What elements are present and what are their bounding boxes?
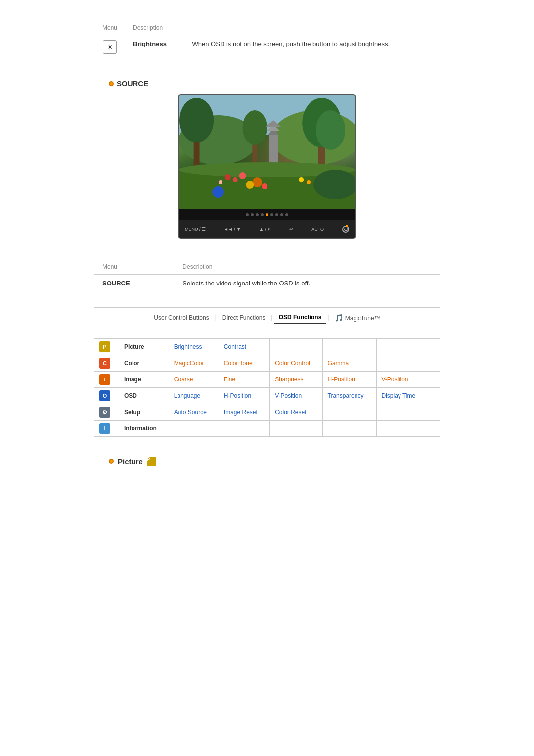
picture-icon-small: P [147,457,156,466]
status-dot [261,213,264,216]
image-cell-sharpness[interactable]: Sharpness [270,372,322,388]
info-cell-empty4 [322,421,376,437]
picture-cell-empty3 [376,339,428,355]
setup-cell-autosource[interactable]: Auto Source [169,404,219,421]
brightness-icon: ☀ [103,40,117,54]
status-dot [270,213,273,216]
info-icon-cell: i [94,421,119,437]
monitor-screen [179,95,355,209]
source-dot [109,81,114,86]
monitor-controls: MENU / ☰ ◄◄ / ▼ ▲ / ☀ ↩ AUTO ⏻ [179,220,355,238]
nav-sep-1: | [214,314,218,321]
osd-cell-displaytime[interactable]: Display Time [376,388,428,404]
setup-cell-empty1 [322,404,376,421]
monitor-status-bar [179,209,355,220]
setup-icon: ⚙ [99,407,110,418]
color-icon: C [99,358,110,369]
tab-user-control[interactable]: User Control Buttons [149,312,214,323]
color-cell-colorcontrol[interactable]: Color Control [270,355,322,372]
image-cell-hposition[interactable]: H-Position [322,372,376,388]
setup-cell-empty3 [428,404,440,421]
nav-sep-2: | [270,314,274,321]
status-dot [275,213,278,216]
osd-functions-table: P Picture Brightness Contrast C Color Ma… [94,338,440,437]
info-icon: i [99,423,110,434]
color-row-name: Color [119,355,169,372]
info-cell-empty6 [428,421,440,437]
monitor: MENU / ☰ ◄◄ / ▼ ▲ / ☀ ↩ AUTO ⏻ [178,94,356,239]
table-row: O OSD Language H-Position V-Position Tra… [94,388,440,404]
svg-point-26 [307,180,311,184]
osd-cell-empty [428,388,440,404]
image-cell-fine[interactable]: Fine [219,372,269,388]
image-cell-vposition[interactable]: V-Position [376,372,428,388]
osd-cell-hposition[interactable]: H-Position [219,388,269,404]
monitor-wrapper: MENU / ☰ ◄◄ / ▼ ▲ / ☀ ↩ AUTO ⏻ [94,94,440,239]
info-cell-empty3 [270,421,322,437]
setup-cell-empty2 [376,404,428,421]
picture-heading-label: Picture [118,457,143,466]
picture-cell-brightness[interactable]: Brightness [169,339,219,355]
color-cell-empty2 [428,355,440,372]
osd-icon: O [99,390,110,401]
auto-control-label[interactable]: AUTO [312,227,324,232]
picture-cell-empty2 [322,339,376,355]
status-dot [251,213,254,216]
image-cell-coarse[interactable]: Coarse [169,372,219,388]
tab-magictune[interactable]: 🎵 MagicTune™ [330,312,385,324]
bright-control-label[interactable]: ▲ / ☀ [259,227,271,232]
picture-icon: P [99,341,110,352]
svg-point-23 [212,186,224,198]
table-row: I Image Coarse Fine Sharpness H-Position… [94,372,440,388]
table-row: P Picture Brightness Contrast [94,339,440,355]
brightness-description: When OSD is not on the screen, push the … [184,35,440,59]
picture-cell-empty1 [270,339,322,355]
source-col-desc: Description [175,259,440,275]
svg-point-7 [179,98,214,142]
brightness-menu-label: Brightness [125,35,184,59]
status-dot [256,213,259,216]
brightness-icon-cell: ☀ [94,35,126,59]
status-dots [246,213,288,216]
col-menu: Menu [94,20,126,36]
setup-icon-cell: ⚙ [94,404,119,421]
tab-osd-functions[interactable]: OSD Functions [274,312,327,324]
osd-cell-transparency[interactable]: Transparency [322,388,376,404]
color-cell-magiccolor[interactable]: MagicColor [169,355,219,372]
status-dot [285,213,288,216]
image-icon: I [99,374,110,385]
menu-control-label[interactable]: MENU / ☰ [185,227,206,232]
setup-row-name: Setup [119,404,169,421]
color-cell-colortone[interactable]: Color Tone [219,355,269,372]
osd-cell-language[interactable]: Language [169,388,219,404]
svg-point-20 [252,177,262,187]
svg-point-25 [299,177,304,182]
power-led [346,225,348,227]
color-cell-empty1 [376,355,428,372]
picture-cell-contrast[interactable]: Contrast [219,339,269,355]
picture-row-name: Picture [119,339,169,355]
vol-control-label[interactable]: ◄◄ / ▼ [224,227,241,232]
info-cell-empty5 [376,421,428,437]
svg-point-5 [316,110,345,150]
table-row: i Information [94,421,440,437]
svg-point-22 [262,183,267,189]
osd-cell-vposition[interactable]: V-Position [270,388,322,404]
svg-point-16 [225,174,231,180]
status-dot [266,213,268,216]
tab-magictune-label: MagicTune™ [345,315,380,322]
setup-cell-colorreset[interactable]: Color Reset [270,404,322,421]
tab-direct-functions[interactable]: Direct Functions [218,312,270,323]
nav-tabs: User Control Buttons | Direct Functions … [94,307,440,324]
source-heading: SOURCE [94,79,440,88]
color-cell-gamma[interactable]: Gamma [322,355,376,372]
image-icon-cell: I [94,372,119,388]
input-control-label[interactable]: ↩ [289,227,293,232]
svg-point-18 [239,172,246,179]
picture-icon-cell: P [94,339,119,355]
power-button-wrapper: ⏻ [342,226,349,233]
info-cell-empty2 [219,421,269,437]
garden-scene [179,95,355,209]
osd-icon-cell: O [94,388,119,404]
setup-cell-imagereset[interactable]: Image Reset [219,404,269,421]
